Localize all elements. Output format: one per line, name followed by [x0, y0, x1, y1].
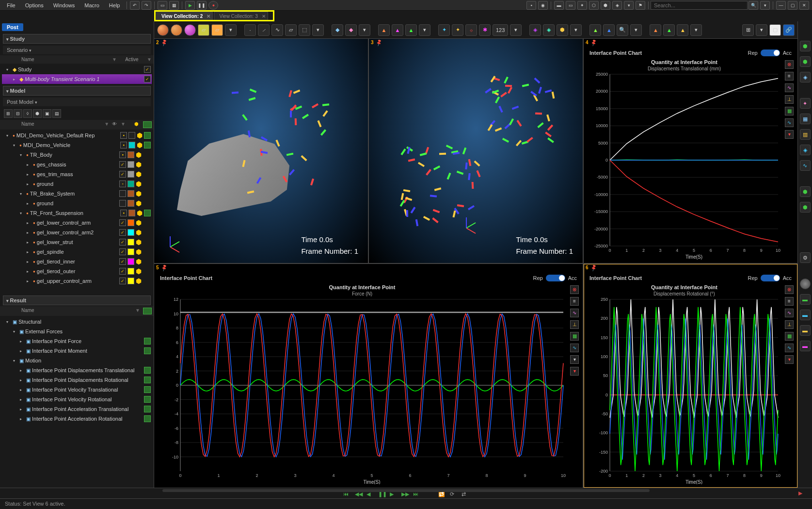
dropdown-icon[interactable]: ▾ — [570, 24, 582, 36]
expand-icon[interactable]: ▸ — [13, 77, 18, 82]
color-swatch[interactable] — [127, 239, 134, 246]
curve-icon[interactable]: ∿ — [785, 83, 794, 92]
mesh2-icon[interactable]: ▲ — [392, 24, 403, 36]
layer2-icon[interactable]: ▬ — [800, 310, 811, 320]
sphere2-icon[interactable] — [171, 24, 182, 36]
tree-row[interactable]: ▸●gel_tierod_inner✓⬢ — [2, 257, 152, 266]
plot-icon[interactable] — [144, 338, 151, 345]
plot-icon[interactable] — [144, 406, 151, 412]
tree-row[interactable]: ▸▣Interface Point Velocity Rotational — [2, 394, 152, 404]
tree-row[interactable]: ▸●ges_chassis✓⬢ — [2, 160, 152, 169]
play-icon[interactable]: ▶ — [185, 1, 195, 10]
hex-icon[interactable]: ⬢ — [136, 151, 142, 159]
viewport-4[interactable]: 4 📌 Interface Point Chart Rep Acc Quanti… — [584, 39, 797, 263]
viewport-5[interactable]: 5 📌 Interface Point Chart Rep Acc Quanti… — [154, 264, 583, 488]
dropdown-icon[interactable]: ▾ — [312, 24, 324, 36]
hex-icon[interactable]: ⬢ — [136, 248, 142, 256]
plot-icon[interactable] — [144, 210, 151, 216]
hex-icon[interactable]: ⬢ — [136, 229, 142, 236]
minimize-icon[interactable]: — — [776, 1, 786, 10]
hex-icon[interactable]: ⬢ — [137, 209, 143, 217]
dropdown-icon[interactable]: ▾ — [359, 24, 370, 36]
visibility-check[interactable]: ▪ — [120, 210, 127, 216]
expand-icon[interactable]: ▾ — [6, 320, 11, 324]
layout-icon[interactable]: ▦ — [169, 1, 179, 10]
plot-icon[interactable] — [144, 132, 151, 139]
marker1-icon[interactable]: ✦ — [438, 24, 450, 36]
tree-row[interactable]: ▸▣Interface Point Displacements Translat… — [2, 365, 152, 375]
record-icon[interactable]: ● — [208, 1, 218, 10]
plot-icon[interactable] — [144, 386, 151, 393]
expand-icon[interactable]: ▸ — [27, 260, 32, 264]
tree-row[interactable]: ▸●ges_trim_mass✓⬢ — [2, 169, 152, 179]
pin-icon[interactable]: 📌 — [375, 39, 382, 46]
tree-row[interactable]: ▸▣Interface Point Force — [2, 336, 152, 346]
rep-acc-toggle[interactable] — [546, 275, 565, 281]
tree-row[interactable]: ▸●ground⬢ — [2, 198, 152, 208]
viewport-3[interactable]: 3 📌 Time 0.0s Frame Number: 1 — [369, 39, 583, 263]
tree-tool-icon[interactable]: ⊞ — [4, 109, 13, 118]
video-icon[interactable]: ▪ — [526, 1, 536, 10]
cube3-icon[interactable]: ◈ — [800, 72, 811, 82]
color-swatch[interactable] — [127, 219, 134, 226]
hex-icon[interactable]: ⬢ — [136, 219, 142, 227]
tree-row[interactable]: ▸●gel_upper_control_arm✓⬢ — [2, 276, 152, 286]
expand-icon[interactable]: ▸ — [27, 172, 32, 177]
expand-icon[interactable]: ▸ — [27, 221, 32, 225]
color-swatch[interactable] — [127, 278, 134, 284]
tree-row[interactable]: ▸●gel_lower_strut✓⬢ — [2, 237, 152, 247]
tree-tool-icon[interactable]: ▣ — [43, 109, 51, 118]
tree-row[interactable]: ▾●TR_Brake_System⬢ — [2, 189, 152, 198]
legend-icon[interactable]: ≡ — [570, 297, 579, 306]
signal-icon[interactable]: ∿ — [785, 344, 794, 352]
tree-tool-icon[interactable]: ⊟ — [14, 109, 22, 118]
active-check[interactable]: ✓ — [144, 76, 151, 82]
menu-windows[interactable]: Windows — [48, 1, 80, 10]
tree-row[interactable]: ▾●TR_Front_Suspension▪⬢ — [2, 208, 152, 218]
tree-row[interactable]: ▸▣Interface Point Acceleration Translati… — [2, 404, 152, 414]
expand-icon[interactable]: ▸ — [20, 378, 25, 382]
visibility-check[interactable]: ✓ — [119, 171, 126, 178]
visibility-check[interactable]: ▪ — [120, 142, 127, 148]
sphere1-icon[interactable] — [157, 24, 169, 36]
pin-icon[interactable]: 📌 — [160, 39, 168, 46]
expand-icon[interactable]: ▾ — [6, 67, 11, 72]
marker2-icon[interactable]: ✦ — [452, 24, 463, 36]
link-icon[interactable]: 🔗 — [783, 24, 795, 36]
visibility-check[interactable]: ▪ — [119, 151, 126, 158]
pause-icon[interactable]: ❚❚ — [197, 1, 207, 10]
tree-row[interactable]: ▸●gel_lower_control_arm2✓⬢ — [2, 228, 152, 237]
sphere3-icon[interactable] — [184, 24, 196, 36]
expand-icon[interactable]: ▾ — [13, 143, 18, 148]
legend-icon[interactable]: ≡ — [785, 297, 794, 306]
hex-icon[interactable]: ⬢ — [136, 161, 142, 168]
menu-macro[interactable]: Macro — [80, 1, 104, 10]
mesh3-icon[interactable]: ▲ — [405, 24, 417, 36]
point-icon[interactable]: · — [244, 24, 256, 36]
section-result[interactable]: Result — [3, 296, 151, 305]
close-chart-icon[interactable]: ⊗ — [785, 285, 794, 294]
expand-icon[interactable]: ▾ — [13, 329, 18, 334]
cube1-icon[interactable]: ⬢ — [800, 41, 811, 51]
tree-row[interactable]: ▾●MDI_Demo_Vehicle▪⬢ — [2, 140, 152, 150]
plot-icon[interactable] — [144, 347, 151, 354]
pin-icon[interactable]: ✦ — [800, 98, 811, 109]
hex-icon[interactable]: ⬢ — [136, 258, 142, 265]
expand-icon[interactable]: ▸ — [27, 182, 32, 186]
hex-icon[interactable]: ⬢ — [136, 199, 142, 207]
visibility-check[interactable]: ✓ — [119, 268, 126, 275]
result3-icon[interactable]: ▲ — [677, 24, 688, 36]
flag-icon[interactable]: ⚑ — [636, 1, 645, 10]
visibility-check[interactable]: ✓ — [119, 248, 126, 255]
expand-icon[interactable]: ▸ — [20, 407, 25, 411]
expand-icon[interactable]: ▾ — [20, 211, 25, 215]
expand-icon[interactable]: ▸ — [20, 339, 25, 344]
marker3-icon[interactable]: ⟐ — [465, 24, 477, 36]
pin-icon[interactable]: 📌 — [589, 264, 597, 271]
sys1-icon[interactable]: ◈ — [529, 24, 541, 36]
expand-icon[interactable]: ▸ — [27, 240, 32, 245]
combine-icon[interactable]: ◈ — [800, 145, 811, 155]
expand-icon[interactable]: ▸ — [27, 269, 32, 274]
marker-icon[interactable]: ▾ — [785, 355, 794, 364]
color-swatch[interactable] — [127, 229, 134, 236]
